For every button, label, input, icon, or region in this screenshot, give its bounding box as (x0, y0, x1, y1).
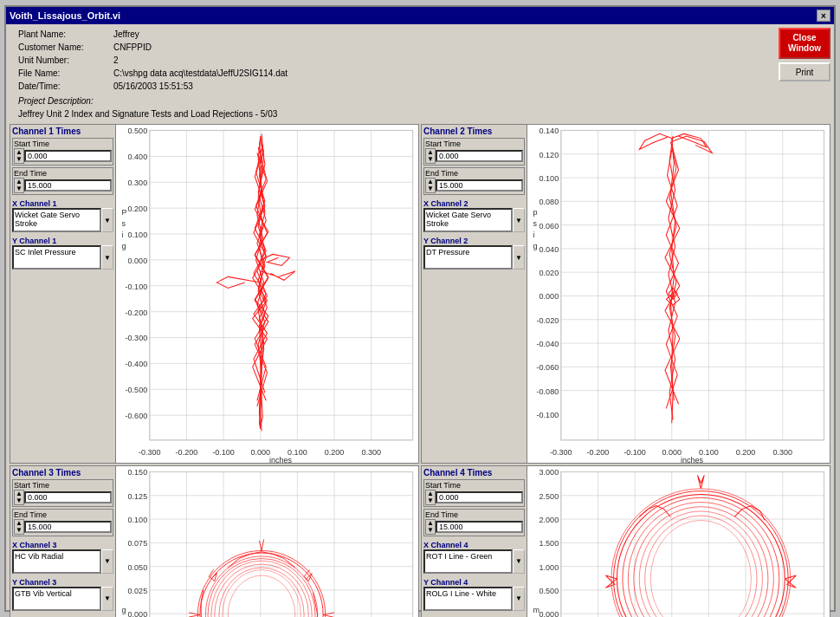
ch2-start-group: Start Time ▲▼ 0.000 (423, 138, 525, 166)
chart-area-1: 0.500 0.400 0.300 0.200 0.100 0.000 -0.1… (116, 125, 418, 463)
ch1-y-select-row: SC Inlet Pressure ▼ (12, 245, 113, 270)
datetime-value: 05/16/2003 15:51:53 (113, 80, 193, 93)
svg-text:0.050: 0.050 (128, 562, 148, 571)
ch1-x-dropdown-arrow[interactable]: ▼ (101, 208, 113, 232)
svg-text:inches: inches (269, 456, 293, 463)
ch2-x-select[interactable]: Wicket Gate ServoStroke (423, 208, 513, 232)
svg-text:0.075: 0.075 (128, 539, 148, 548)
window-close-button[interactable]: × (817, 10, 830, 22)
svg-text:-0.200: -0.200 (126, 308, 148, 317)
ch3-start-input[interactable]: 0.000 (24, 491, 112, 503)
chart-section-2: Channel 2 Times Start Time ▲▼ 0.000 End … (421, 124, 830, 464)
ch1-y-select[interactable]: SC Inlet Pressure (12, 245, 101, 270)
svg-text:-0.400: -0.400 (126, 360, 148, 368)
file-label: File Name: (18, 67, 113, 80)
ch1-y-dropdown-arrow[interactable]: ▼ (101, 245, 113, 270)
ch2-end-group: End Time ▲▼ 15.000 (423, 167, 525, 195)
svg-text:0.100: 0.100 (540, 174, 559, 183)
svg-text:1.500: 1.500 (540, 539, 559, 548)
ch1-end-spinner[interactable]: ▲▼ (14, 178, 24, 193)
ch1-start-group: Start Time ▲▼ 0.000 (12, 138, 113, 166)
ch1-start-spinner[interactable]: ▲▼ (14, 148, 24, 164)
ch4-x-select-row: ROT I Line - Green ▼ (423, 549, 525, 574)
svg-text:0.100: 0.100 (128, 516, 148, 524)
svg-text:0.200: 0.200 (128, 205, 148, 213)
ch2-end-spinner[interactable]: ▲▼ (425, 178, 436, 193)
svg-text:0.000: 0.000 (128, 257, 148, 265)
ch3-x-label: X Channel 3 (12, 541, 113, 549)
ch3-end-spinner[interactable]: ▲▼ (14, 519, 24, 535)
svg-text:1.000: 1.000 (540, 562, 559, 571)
ch3-x-select[interactable]: HC Vib Radial (12, 549, 101, 574)
ch3-y-select[interactable]: GTB Vib Vertical (12, 587, 101, 611)
svg-text:0.120: 0.120 (540, 151, 559, 159)
ch1-start-input[interactable]: 0.000 (24, 150, 112, 162)
svg-text:0.000: 0.000 (662, 448, 682, 457)
ch2-y-label: Y Channel 2 (423, 237, 525, 245)
svg-text:i: i (533, 231, 534, 239)
ch2-times-label: Channel 2 Times (423, 127, 525, 136)
ch3-end-group: End Time ▲▼ 15.000 (12, 509, 113, 536)
svg-text:0.000: 0.000 (540, 610, 559, 617)
svg-text:0.125: 0.125 (128, 491, 148, 500)
svg-text:0.020: 0.020 (540, 269, 559, 277)
title-bar: Voith_Lissajous_Orbit.vi × (6, 7, 834, 24)
svg-text:-0.060: -0.060 (537, 363, 559, 372)
svg-text:-0.500: -0.500 (126, 386, 148, 394)
print-button[interactable]: Print (779, 62, 830, 81)
svg-text:-0.200: -0.200 (587, 448, 610, 457)
svg-text:-0.300: -0.300 (126, 334, 148, 342)
main-window: Voith_Lissajous_Orbit.vi × Plant Name: J… (4, 5, 836, 612)
ch4-start-input[interactable]: 0.000 (436, 491, 523, 503)
ch4-end-group: End Time ▲▼ 15.000 (423, 509, 525, 536)
ch1-x-select[interactable]: Wicket Gate ServoStroke (12, 208, 101, 232)
chart-controls-4: Channel 4 Times Start Time ▲▼ 0.000 End … (422, 466, 527, 617)
ch2-x-dropdown-arrow[interactable]: ▼ (513, 208, 525, 232)
ch4-end-spinner[interactable]: ▲▼ (425, 519, 436, 535)
chart-section-3: Channel 3 Times Start Time ▲▼ 0.000 End … (10, 465, 419, 617)
svg-text:g: g (121, 606, 126, 614)
ch3-y-dropdown-arrow[interactable]: ▼ (101, 587, 113, 611)
ch3-end-input[interactable]: 15.000 (24, 521, 112, 533)
datetime-label: Date/Time: (18, 80, 113, 93)
ch4-y-select[interactable]: ROLG I Line - White (423, 587, 513, 611)
svg-text:s: s (121, 219, 126, 228)
chart-controls-2: Channel 2 Times Start Time ▲▼ 0.000 End … (422, 125, 527, 463)
svg-text:g: g (533, 242, 537, 250)
ch4-y-dropdown-arrow[interactable]: ▼ (513, 587, 525, 611)
svg-text:2.500: 2.500 (540, 491, 559, 500)
ch3-start-spinner[interactable]: ▲▼ (14, 490, 24, 505)
svg-text:g: g (121, 242, 126, 250)
svg-text:inches: inches (681, 456, 704, 463)
ch2-y-select-row: DT Pressure ▼ (423, 245, 525, 270)
ch2-end-input[interactable]: 15.000 (436, 179, 523, 192)
ch2-start-spinner[interactable]: ▲▼ (425, 148, 436, 164)
chart-area-3: 0.1500.125 0.1000.075 0.0500.025 0.000-0… (116, 466, 418, 617)
svg-text:0.300: 0.300 (772, 448, 792, 457)
svg-rect-92 (150, 471, 413, 617)
svg-rect-153 (561, 471, 824, 617)
svg-text:s: s (533, 219, 537, 228)
svg-text:3.000: 3.000 (540, 468, 559, 477)
svg-text:0.000: 0.000 (250, 448, 270, 457)
chart-svg-4: 3.0002.500 2.0001.500 1.0000.500 0.000-0… (527, 466, 830, 617)
ch2-start-input[interactable]: 0.000 (436, 150, 523, 162)
header-section: Plant Name: Jeffrey Customer Name: CNFPP… (10, 28, 830, 120)
chart-svg-2: 0.1400.120 0.1000.080 0.0600.040 0.0200.… (527, 125, 830, 463)
ch1-end-input[interactable]: 15.000 (24, 179, 112, 192)
ch3-x-dropdown-arrow[interactable]: ▼ (101, 549, 113, 574)
svg-text:0.500: 0.500 (540, 587, 559, 595)
ch4-end-input[interactable]: 15.000 (436, 521, 523, 533)
ch2-y-select[interactable]: DT Pressure (423, 245, 513, 270)
close-window-button[interactable]: CloseWindow (779, 28, 830, 59)
project-desc: Project Description: Jeffrey Unit 2 Inde… (18, 94, 772, 120)
charts-grid: Channel 1 Times Start Time ▲▼ 0.000 (10, 124, 830, 617)
svg-text:i: i (121, 231, 123, 239)
ch4-x-select[interactable]: ROT I Line - Green (423, 549, 513, 574)
chart-area-4: 3.0002.500 2.0001.500 1.0000.500 0.000-0… (527, 466, 830, 617)
plant-value: Jeffrey (113, 28, 139, 41)
ch2-y-dropdown-arrow[interactable]: ▼ (513, 245, 525, 270)
ch4-x-dropdown-arrow[interactable]: ▼ (513, 549, 525, 574)
ch4-start-spinner[interactable]: ▲▼ (425, 490, 436, 505)
svg-text:-0.600: -0.600 (126, 412, 148, 420)
